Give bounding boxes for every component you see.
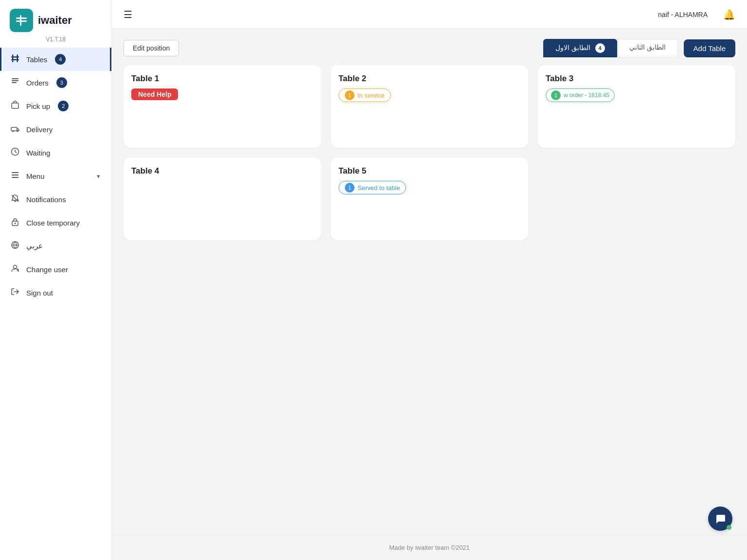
- tab-floor-2-label: الطابق الثاني: [629, 43, 666, 51]
- table-2-name: Table 2: [338, 74, 520, 84]
- close-temporary-label: Close temporary: [26, 219, 80, 227]
- sidebar-version: V1.T.18: [0, 36, 111, 48]
- svg-rect-6: [17, 54, 18, 62]
- table-2-order-count: 1: [345, 90, 355, 100]
- sidebar-item-waiting[interactable]: Waiting: [0, 141, 111, 164]
- tables-icon: [10, 54, 20, 65]
- table-3-status-badge: 1 w order - 1818:45: [546, 88, 615, 102]
- menu-icon: [10, 171, 20, 181]
- close-temporary-icon: [10, 217, 20, 228]
- hamburger-button[interactable]: ☰: [124, 9, 132, 20]
- sidebar-nav: Tables 4 Orders 3 Pick up 2 Delivery: [0, 48, 111, 560]
- add-table-button[interactable]: Add Table: [684, 39, 735, 57]
- delivery-label: Delivery: [26, 125, 53, 134]
- change-user-icon: [10, 264, 20, 275]
- table-4-name: Table 4: [131, 166, 313, 176]
- orders-badge: 3: [56, 77, 67, 88]
- tables-badge: 4: [55, 54, 66, 65]
- svg-point-13: [17, 131, 18, 132]
- table-1-name: Table 1: [131, 74, 313, 84]
- sidebar-item-pickup[interactable]: Pick up 2: [0, 94, 111, 118]
- table-3-name: Table 3: [546, 74, 728, 84]
- svg-point-12: [12, 131, 14, 132]
- table-1-status-badge: Need Help: [131, 88, 178, 100]
- orders-icon: [10, 77, 20, 88]
- pickup-label: Pick up: [26, 102, 50, 110]
- svg-rect-11: [11, 127, 17, 131]
- tab-floor-1-badge: 4: [595, 43, 605, 53]
- table-3-order-count: 1: [551, 90, 561, 100]
- sidebar-item-language[interactable]: عربي: [0, 234, 111, 258]
- sign-out-icon: [10, 287, 20, 298]
- svg-rect-5: [12, 54, 14, 62]
- table-card-1[interactable]: Table 1 Need Help: [124, 65, 321, 148]
- tables-label: Tables: [26, 55, 47, 64]
- sidebar: iwaiter V1.T.18 Tables 4 Orders 3 Pick u…: [0, 0, 112, 560]
- toolbar: Edit position الطابق الاول 4 الطابق الثا…: [124, 39, 735, 57]
- sidebar-item-menu[interactable]: Menu ▾: [0, 164, 111, 188]
- tab-floor-1-label: الطابق الاول: [555, 44, 590, 52]
- tables-grid: Table 1 Need Help Table 2 1 In service T…: [124, 65, 735, 240]
- main-content: ☰ naif - ALHAMRA 🔔 Edit position الطابق …: [112, 0, 747, 560]
- svg-rect-10: [12, 103, 18, 108]
- header: ☰ naif - ALHAMRA 🔔: [112, 0, 747, 29]
- content-area: Edit position الطابق الاول 4 الطابق الثا…: [112, 29, 747, 535]
- sidebar-item-close-temporary[interactable]: Close temporary: [0, 211, 111, 234]
- footer-text: Made by iwaiter team ©2021: [389, 544, 470, 551]
- svg-rect-7: [12, 78, 18, 79]
- table-card-2[interactable]: Table 2 1 In service: [331, 65, 528, 148]
- svg-point-22: [14, 265, 17, 269]
- waiting-icon: [10, 147, 20, 158]
- orders-label: Orders: [26, 79, 49, 87]
- bell-icon[interactable]: 🔔: [723, 9, 735, 20]
- sign-out-label: Sign out: [26, 289, 53, 297]
- change-user-label: Change user: [26, 265, 68, 274]
- notifications-label: Notifications: [26, 195, 66, 204]
- svg-rect-8: [12, 80, 18, 81]
- chat-button[interactable]: [708, 507, 732, 531]
- logo-text: iwaiter: [38, 14, 72, 27]
- sidebar-item-notifications[interactable]: Notifications: [0, 188, 111, 211]
- pickup-icon: [10, 101, 20, 111]
- logo-icon: [10, 9, 33, 32]
- table-5-status-badge: 1 Served to table: [338, 181, 406, 194]
- sidebar-item-tables[interactable]: Tables 4: [0, 48, 111, 71]
- sidebar-item-delivery[interactable]: Delivery: [0, 118, 111, 141]
- svg-rect-17: [12, 177, 18, 178]
- sidebar-logo: iwaiter: [0, 0, 111, 36]
- sidebar-item-orders[interactable]: Orders 3: [0, 71, 111, 94]
- tab-floor-1[interactable]: الطابق الاول 4: [543, 39, 617, 57]
- header-user: naif - ALHAMRA: [658, 11, 708, 18]
- svg-rect-15: [12, 172, 18, 173]
- table-2-status-badge: 1 In service: [338, 88, 391, 102]
- svg-rect-2: [20, 15, 21, 26]
- svg-rect-16: [12, 175, 18, 175]
- delivery-icon: [10, 124, 20, 135]
- edit-position-button[interactable]: Edit position: [124, 40, 179, 56]
- menu-label: Menu: [26, 172, 45, 180]
- sidebar-item-change-user[interactable]: Change user: [0, 258, 111, 281]
- language-label: عربي: [26, 242, 43, 250]
- sidebar-item-sign-out[interactable]: Sign out: [0, 281, 111, 304]
- tab-floor-2[interactable]: الطابق الثاني: [617, 39, 678, 57]
- table-5-name: Table 5: [338, 166, 520, 176]
- language-icon: [10, 241, 20, 251]
- svg-point-20: [15, 223, 16, 224]
- table-card-5[interactable]: Table 5 1 Served to table: [331, 158, 528, 240]
- table-5-order-count: 1: [345, 183, 355, 192]
- notifications-icon: [10, 194, 20, 205]
- tabs-row: الطابق الاول 4 الطابق الثاني: [185, 39, 677, 57]
- table-card-4[interactable]: Table 4: [124, 158, 321, 240]
- pickup-badge: 2: [58, 101, 69, 111]
- table-card-3[interactable]: Table 3 1 w order - 1818:45: [538, 65, 735, 148]
- footer: Made by iwaiter team ©2021: [112, 535, 747, 560]
- menu-arrow-icon: ▾: [97, 173, 100, 180]
- waiting-label: Waiting: [26, 149, 50, 157]
- svg-rect-9: [12, 82, 17, 83]
